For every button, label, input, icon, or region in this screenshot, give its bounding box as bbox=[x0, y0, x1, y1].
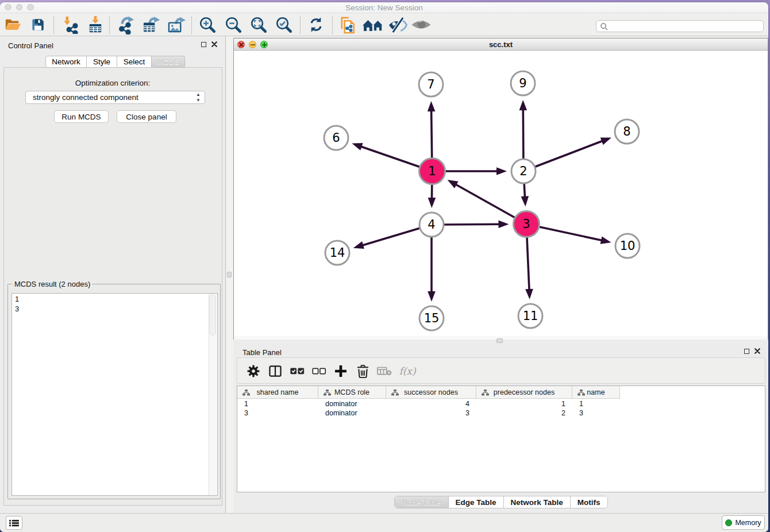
zoom-fit-button[interactable] bbox=[247, 14, 270, 35]
status-bar: Memory bbox=[0, 513, 768, 532]
cell[interactable]: 3 bbox=[237, 408, 318, 418]
zoom-selected-button[interactable] bbox=[272, 14, 295, 35]
add-row-button[interactable] bbox=[331, 362, 351, 380]
close-panel-button[interactable]: Close panel bbox=[117, 110, 176, 123]
import-network-button[interactable] bbox=[59, 14, 82, 35]
task-history-button[interactable] bbox=[6, 516, 22, 530]
function-builder-button: f(x) bbox=[398, 362, 417, 380]
table-row[interactable]: 1dominator411 bbox=[237, 399, 765, 408]
column-header-MCDS-role[interactable]: MCDS role bbox=[318, 386, 386, 399]
select-all-button[interactable] bbox=[287, 362, 307, 380]
table-panel: Table Panel f(x) sh bbox=[234, 343, 768, 512]
export-network-button[interactable] bbox=[116, 14, 138, 35]
select-arrows-icon: ▲▼ bbox=[196, 92, 201, 103]
panel-divider[interactable] bbox=[226, 36, 233, 513]
table-tab-motifs[interactable]: Motifs bbox=[571, 496, 607, 508]
column-header-successor-nodes[interactable]: successor nodes bbox=[386, 386, 476, 399]
zoom-out-button[interactable] bbox=[222, 14, 245, 35]
criterion-select[interactable]: strongly connected component ▲▼ bbox=[25, 91, 205, 104]
tree-icon bbox=[242, 390, 250, 396]
node-label: 1 bbox=[428, 164, 436, 178]
mcds-result-title: MCDS result (2 nodes) bbox=[13, 280, 92, 288]
cell[interactable]: 3 bbox=[572, 408, 620, 418]
window-titlebar: Session: New Session bbox=[0, 2, 768, 13]
node-label: 9 bbox=[519, 76, 526, 90]
column-header-name[interactable]: name bbox=[572, 386, 620, 399]
export-table-button[interactable] bbox=[140, 14, 163, 35]
control-tab-mcds[interactable]: MCDS bbox=[152, 56, 185, 68]
node-label: 6 bbox=[332, 131, 340, 145]
table-tab-edge-table[interactable]: Edge Table bbox=[449, 496, 504, 508]
float-panel-icon[interactable] bbox=[201, 42, 206, 47]
toolbar-separator bbox=[300, 17, 301, 34]
result-scrollbar-thumb[interactable] bbox=[209, 294, 216, 336]
save-session-button[interactable] bbox=[26, 14, 49, 35]
mcds-result-textarea[interactable]: 1 3 bbox=[11, 293, 218, 496]
edge-arrow bbox=[353, 241, 364, 249]
memory-label: Memory bbox=[735, 519, 761, 527]
table-columns-button[interactable] bbox=[265, 362, 285, 380]
cell[interactable]: dominator bbox=[318, 408, 386, 418]
table-row[interactable]: 3dominator323 bbox=[237, 408, 765, 418]
table-panel-title: Table Panel bbox=[242, 348, 282, 357]
control-tab-network[interactable]: Network bbox=[45, 56, 87, 68]
window-title: Session: New Session bbox=[0, 2, 768, 13]
show-all-button[interactable] bbox=[410, 14, 433, 35]
edge-arrow bbox=[448, 180, 459, 188]
mcds-result-group: MCDS result (2 nodes) 1 3 bbox=[7, 284, 221, 499]
open-session-button[interactable] bbox=[1, 14, 24, 35]
close-panel-icon[interactable] bbox=[211, 41, 217, 47]
control-tab-style[interactable]: Style bbox=[87, 56, 117, 68]
cell[interactable]: dominator bbox=[318, 399, 386, 408]
result-scrollbar[interactable] bbox=[209, 294, 217, 495]
mcds-result-lines: 1 3 bbox=[15, 294, 19, 314]
node-label: 8 bbox=[623, 125, 630, 138]
column-header-predecessor-nodes[interactable]: predecessor nodes bbox=[476, 386, 572, 399]
table-tab-network-table[interactable]: Network Table bbox=[504, 496, 571, 508]
deselect-all-button[interactable] bbox=[309, 362, 329, 380]
edge-arrow bbox=[519, 100, 528, 110]
tree-icon bbox=[578, 390, 585, 396]
table-settings-button[interactable] bbox=[244, 362, 263, 380]
node-label: 15 bbox=[424, 311, 440, 325]
cell[interactable]: 1 bbox=[572, 399, 620, 408]
clone-network-button[interactable] bbox=[336, 14, 359, 35]
horizontal-splitter-grip[interactable] bbox=[496, 338, 503, 343]
delete-table-button bbox=[375, 362, 394, 380]
control-panel: Control Panel NetworkStyleSelectMCDS Opt… bbox=[0, 36, 226, 513]
node-label: 3 bbox=[522, 217, 530, 231]
close-table-panel-icon[interactable] bbox=[754, 348, 760, 354]
table-toolbar: f(x) bbox=[237, 357, 765, 384]
edge-arrow bbox=[525, 289, 533, 299]
run-mcds-button[interactable]: Run MCDS bbox=[54, 110, 109, 123]
node-table: shared nameMCDS rolesuccessor nodesprede… bbox=[237, 385, 765, 492]
first-neighbors-button[interactable] bbox=[361, 14, 384, 35]
float-table-panel-icon[interactable] bbox=[744, 349, 749, 354]
tree-icon bbox=[391, 390, 399, 396]
control-tab-select[interactable]: Select bbox=[117, 56, 152, 68]
delete-row-button[interactable] bbox=[353, 362, 372, 380]
hide-selected-button[interactable] bbox=[386, 14, 409, 35]
import-table-button[interactable] bbox=[84, 14, 107, 35]
node-label: 10 bbox=[620, 239, 636, 253]
cell[interactable]: 2 bbox=[476, 408, 572, 418]
export-image-button[interactable] bbox=[165, 14, 188, 35]
column-header-shared-name[interactable]: shared name bbox=[237, 386, 318, 399]
cell[interactable]: 3 bbox=[386, 408, 476, 418]
node-label: 4 bbox=[428, 218, 435, 232]
apply-layout-button[interactable] bbox=[305, 14, 328, 35]
tree-icon bbox=[324, 390, 331, 396]
search-input[interactable] bbox=[596, 20, 764, 32]
zoom-in-button[interactable] bbox=[196, 14, 219, 35]
divider-grip[interactable] bbox=[227, 272, 232, 277]
list-icon bbox=[9, 519, 20, 527]
memory-button[interactable]: Memory bbox=[722, 515, 765, 530]
table-tab-node-table[interactable]: Node Table bbox=[395, 496, 448, 508]
cell[interactable]: 4 bbox=[386, 399, 476, 408]
cell[interactable]: 1 bbox=[237, 399, 318, 408]
node-label: 7 bbox=[427, 78, 434, 91]
cell[interactable]: 1 bbox=[476, 399, 572, 408]
cytoscape-window: Session: New Session bbox=[0, 2, 768, 532]
network-canvas[interactable]: 7968124314101511 bbox=[234, 51, 768, 336]
edge-arrow bbox=[600, 137, 611, 145]
